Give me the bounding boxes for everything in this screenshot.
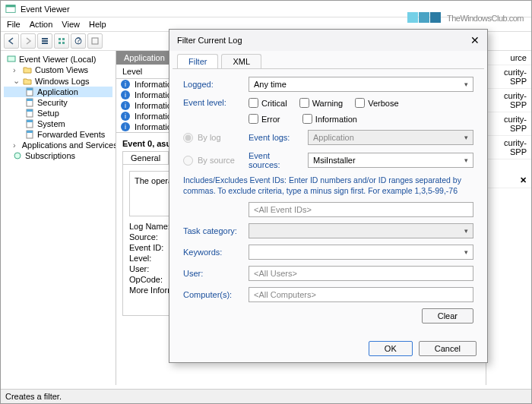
placeholder-text: <All Computers> xyxy=(254,290,316,299)
source-cell: curity-SPP xyxy=(486,112,531,136)
computer-icon xyxy=(7,55,16,64)
forward-button[interactable] xyxy=(21,33,36,49)
tree-label: Subscriptions xyxy=(25,151,75,160)
chevron-down-icon: ▾ xyxy=(464,80,468,88)
tab-xml[interactable]: XML xyxy=(221,54,261,68)
log-icon xyxy=(25,109,34,118)
tree-label: Event Viewer (Local) xyxy=(19,55,96,64)
computers-input[interactable]: <All Computers> xyxy=(249,287,473,302)
dropdown-value: Application xyxy=(313,133,354,142)
help-icon: ? xyxy=(74,37,82,45)
dropdown-value: MsiInstaller xyxy=(313,156,356,165)
svg-rect-3 xyxy=(42,40,48,42)
toolbar-btn-3[interactable] xyxy=(37,33,52,49)
source-cell: curity-SPP xyxy=(486,65,531,89)
log-icon xyxy=(25,87,34,96)
tree-setup[interactable]: Setup xyxy=(4,108,112,118)
radio-by-log: By log xyxy=(183,133,244,143)
toolbar-btn-4[interactable] xyxy=(54,33,69,49)
dialog-title: Filter Current Log xyxy=(177,36,242,45)
dialog-close-button[interactable]: ✕ xyxy=(470,34,480,46)
tree-custom-views[interactable]: ›Custom Views xyxy=(4,65,112,75)
tree-forwarded[interactable]: Forwarded Events xyxy=(4,129,112,140)
label-event-level: Event level: xyxy=(183,98,244,107)
tree-panel: Event Viewer (Local) ›Custom Views ⌄Wind… xyxy=(1,51,116,385)
cancel-button[interactable]: Cancel xyxy=(419,341,477,356)
svg-rect-1 xyxy=(6,5,15,7)
event-logs-dropdown: Application ▾ xyxy=(308,130,473,145)
placeholder-text: <All Event IDs> xyxy=(254,205,312,214)
right-column: urce curity-SPP curity-SPP curity-SPP cu… xyxy=(486,51,531,385)
svg-rect-20 xyxy=(27,120,33,122)
label-computers: Computer(s): xyxy=(183,290,244,299)
check-verbose[interactable]: Verbose xyxy=(355,98,398,108)
tree-apps-services[interactable]: ›Applications and Services Lo xyxy=(4,140,112,150)
checkbox[interactable] xyxy=(355,98,365,108)
radio-by-source[interactable]: By source xyxy=(183,156,244,166)
menu-view[interactable]: View xyxy=(62,20,80,29)
tree-label: Security xyxy=(37,98,68,107)
tree-application[interactable]: Application xyxy=(4,87,112,97)
tree-system[interactable]: System xyxy=(4,118,112,129)
svg-rect-11 xyxy=(92,38,98,44)
check-error[interactable]: Error Information xyxy=(249,114,473,124)
logged-dropdown[interactable]: Any time ▾ xyxy=(249,77,473,92)
tree-subscriptions[interactable]: Subscriptions xyxy=(4,150,112,161)
info-icon: i xyxy=(121,90,130,99)
tab-filter[interactable]: Filter xyxy=(177,54,218,68)
folder-icon xyxy=(23,77,32,86)
task-category-dropdown: ▾ xyxy=(249,223,473,238)
checkbox[interactable] xyxy=(299,98,309,108)
menu-action[interactable]: Action xyxy=(30,20,53,29)
menu-help[interactable]: Help xyxy=(89,20,106,29)
source-cell: curity-SPP xyxy=(486,89,531,112)
clear-button[interactable]: Clear xyxy=(422,308,473,324)
col-source-partial: urce xyxy=(486,51,531,65)
help-text: Includes/Excludes Event IDs: Enter ID nu… xyxy=(183,175,473,196)
tree-root[interactable]: Event Viewer (Local) xyxy=(4,54,112,65)
radio xyxy=(183,156,193,166)
pane-close[interactable]: ✕ xyxy=(486,173,531,188)
tree-windows-logs[interactable]: ⌄Windows Logs xyxy=(4,75,112,87)
arrow-left-icon xyxy=(8,37,15,45)
label-task: Task category: xyxy=(183,226,244,235)
svg-rect-6 xyxy=(62,38,65,40)
checkbox[interactable] xyxy=(302,114,312,124)
log-icon xyxy=(25,130,34,139)
filter-icon xyxy=(91,37,99,45)
check-warning[interactable]: Warning xyxy=(299,98,344,108)
log-icon xyxy=(25,98,34,107)
tree-label: Application xyxy=(37,87,78,96)
expand-icon: › xyxy=(13,140,16,150)
dialog-body: Logged: Any time ▾ Event level: Critical… xyxy=(173,68,484,335)
dialog-buttons: OK Cancel xyxy=(169,335,487,362)
radio xyxy=(183,133,193,143)
status-bar: Creates a filter. xyxy=(1,389,531,403)
toolbar-btn-6[interactable] xyxy=(87,33,103,49)
label-event-sources: Event sources: xyxy=(249,151,303,169)
col-level[interactable]: Level xyxy=(116,65,169,78)
checkbox[interactable] xyxy=(249,114,258,124)
event-sources-dropdown[interactable]: MsiInstaller ▾ xyxy=(308,153,473,168)
tree-security[interactable]: Security xyxy=(4,97,112,108)
chevron-down-icon: ▾ xyxy=(464,227,468,235)
back-button[interactable] xyxy=(4,33,19,49)
svg-text:?: ? xyxy=(76,37,81,45)
keywords-dropdown[interactable]: ▾ xyxy=(249,245,473,260)
tree-label: Windows Logs xyxy=(35,77,90,86)
app-icon xyxy=(5,4,16,14)
menu-file[interactable]: File xyxy=(7,20,21,29)
toolbar-btn-5[interactable]: ? xyxy=(71,33,86,49)
tree-label: Applications and Services Lo xyxy=(22,140,116,150)
filter-dialog: Filter Current Log ✕ Filter XML Logged: … xyxy=(169,29,488,363)
ok-button[interactable]: OK xyxy=(369,341,413,356)
user-input[interactable]: <All Users> xyxy=(249,266,473,281)
arrow-right-icon xyxy=(24,37,32,45)
checkbox[interactable] xyxy=(249,98,258,108)
event-ids-input[interactable]: <All Event IDs> xyxy=(249,202,473,217)
collapse-icon: ⌄ xyxy=(13,76,20,86)
check-critical[interactable]: Critical xyxy=(249,98,287,108)
tree-label: System xyxy=(37,119,65,128)
chevron-down-icon: ▾ xyxy=(464,156,468,164)
tab-general[interactable]: General xyxy=(122,151,169,164)
